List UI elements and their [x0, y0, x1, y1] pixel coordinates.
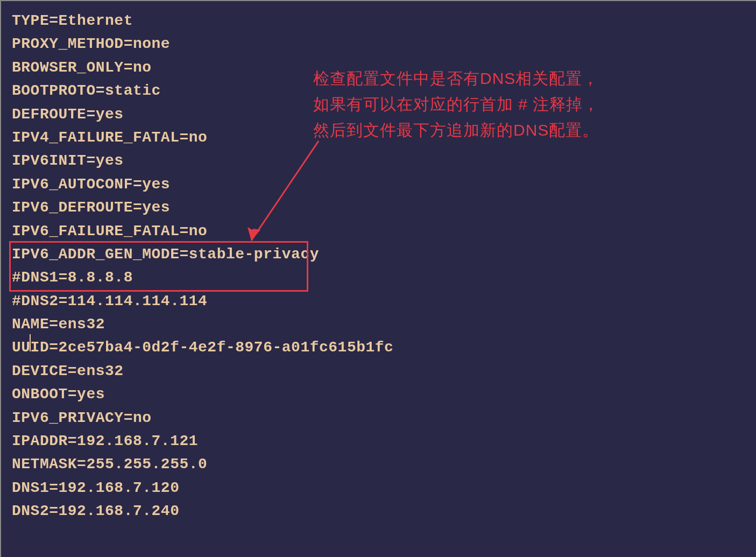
- config-line-ipv6-defroute: IPV6_DEFROUTE=yes: [12, 196, 745, 219]
- annotation-text: 检查配置文件中是否有DNS相关配置， 如果有可以在对应的行首加 # 注释掉， 然…: [313, 66, 599, 143]
- config-line-ipv6-privacy: IPV6_PRIVACY=no: [12, 406, 745, 429]
- config-line-ipv6init: IPV6INIT=yes: [12, 149, 745, 172]
- config-line-dns2: DNS2=192.168.7.240: [12, 499, 745, 523]
- config-line-netmask: NETMASK=255.255.255.0: [12, 453, 745, 476]
- config-line-uuid: UUID=2ce57ba4-0d2f-4e2f-8976-a01fc615b1f…: [12, 336, 745, 359]
- config-line-proxy-method: PROXY_METHOD=none: [12, 32, 745, 55]
- annotation-line-3: 然后到文件最下方追加新的DNS配置。: [313, 117, 599, 143]
- config-line-dns2-commented: #DNS2=114.114.114.114: [12, 290, 745, 313]
- config-line-onboot: ONBOOT=yes: [12, 383, 745, 406]
- config-line-type: TYPE=Ethernet: [12, 9, 745, 32]
- config-line-ipaddr: IPADDR=192.168.7.121: [12, 429, 745, 453]
- config-line-ipv6-addr-gen-mode: IPV6_ADDR_GEN_MODE=stable-privacy: [12, 243, 745, 266]
- config-line-dns1-commented: #DNS1=8.8.8.8: [12, 266, 745, 289]
- text-cursor: [30, 334, 31, 351]
- annotation-line-2: 如果有可以在对应的行首加 # 注释掉，: [313, 91, 599, 117]
- config-line-dns1: DNS1=192.168.7.120: [12, 476, 745, 499]
- annotation-line-1: 检查配置文件中是否有DNS相关配置，: [313, 66, 599, 91]
- config-line-device: DEVICE=ens32: [12, 359, 745, 383]
- config-line-ipv6-failure-fatal: IPV6_FAILURE_FATAL=no: [12, 220, 745, 243]
- config-line-name: NAME=ens32: [12, 313, 745, 336]
- config-line-ipv6-autoconf: IPV6_AUTOCONF=yes: [12, 173, 745, 196]
